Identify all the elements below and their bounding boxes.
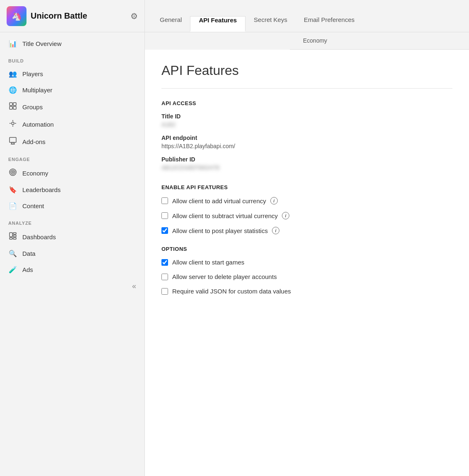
sidebar-item-players[interactable]: 👥 Players <box>0 66 144 82</box>
checkbox-label-add-virtual-currency: Allow client to add virtual currency <box>172 197 266 204</box>
sidebar-section-analyze: ANALYZE <box>0 214 144 228</box>
bar-chart-icon: 📊 <box>8 40 17 48</box>
economy-icon <box>8 168 17 178</box>
info-icon-post-player-statistics[interactable]: i <box>272 227 279 234</box>
svg-point-4 <box>12 122 14 125</box>
addons-label: Add-ons <box>22 138 46 145</box>
info-icon-subtract-virtual-currency[interactable]: i <box>282 212 289 219</box>
addons-icon <box>8 137 17 146</box>
tab-secret-keys[interactable]: Secret Keys <box>245 16 296 32</box>
app-logo-area: 🦄 Unicorn Battle ⚙ <box>0 0 145 32</box>
enable-api-features-section: ENABLE API FEATURES Allow client to add … <box>161 184 452 234</box>
title-id-value: A1B2 <box>161 121 452 128</box>
svg-rect-12 <box>13 235 16 237</box>
sidebar-item-data[interactable]: 🔍 Data <box>0 245 144 262</box>
groups-label: Groups <box>22 103 43 111</box>
checkbox-label-delete-player-accounts: Allow server to delete player accounts <box>172 273 277 280</box>
api-access-title: API ACCESS <box>161 100 452 106</box>
leaderboards-icon: 🔖 <box>8 186 17 194</box>
publisher-id-label: Publisher ID <box>161 156 452 163</box>
top-nav: 🦄 Unicorn Battle ⚙ General API Features … <box>0 0 469 32</box>
players-label: Players <box>22 70 43 77</box>
options-title: OPTIONS <box>161 246 452 252</box>
sidebar-item-content[interactable]: 📄 Content <box>0 198 144 214</box>
tab-api-features[interactable]: API Features <box>190 16 245 32</box>
svg-rect-0 <box>10 103 12 106</box>
checkbox-subtract-virtual-currency[interactable] <box>161 212 168 219</box>
api-endpoint-label: API endpoint <box>161 135 452 141</box>
multiplayer-icon: 🌐 <box>8 86 17 94</box>
info-icon-add-virtual-currency[interactable]: i <box>270 197 278 204</box>
settings-button[interactable]: ⚙ <box>130 11 138 21</box>
sidebar-item-groups[interactable]: Groups <box>0 98 144 115</box>
ads-icon: 🧪 <box>8 266 17 274</box>
economy-label: Economy <box>22 170 48 177</box>
options-section: OPTIONS Allow client to start games Allo… <box>161 246 452 295</box>
svg-rect-5 <box>10 137 16 142</box>
dashboards-label: Dashboards <box>22 233 56 240</box>
automation-label: Automation <box>22 121 54 128</box>
sidebar: 📊 Title Overview BUILD 👥 Players 🌐 Multi… <box>0 32 145 476</box>
sidebar-item-dashboards[interactable]: Dashboards <box>0 228 144 245</box>
publisher-id-value: AB12CD34EF56GH78 <box>161 164 452 171</box>
checkbox-row-valid-json: Require valid JSON for custom data value… <box>161 288 452 295</box>
top-tabs: General API Features Secret Keys Email P… <box>145 0 469 32</box>
sidebar-item-multiplayer[interactable]: 🌐 Multiplayer <box>0 82 144 98</box>
app-title: Unicorn Battle <box>31 11 87 21</box>
content-area: API Features API ACCESS Title ID A1B2 AP… <box>145 50 469 476</box>
svg-rect-2 <box>10 106 12 109</box>
checkbox-label-start-games: Allow client to start games <box>172 259 244 266</box>
main-layout: 📊 Title Overview BUILD 👥 Players 🌐 Multi… <box>0 32 469 476</box>
data-icon: 🔍 <box>8 250 17 257</box>
leaderboards-label: Leaderboards <box>22 186 61 193</box>
svg-rect-3 <box>13 106 16 109</box>
checkbox-delete-player-accounts[interactable] <box>161 274 168 280</box>
divider <box>161 88 452 89</box>
svg-point-10 <box>12 171 14 173</box>
sidebar-item-title-overview[interactable]: 📊 Title Overview <box>0 36 144 52</box>
svg-rect-11 <box>10 233 12 237</box>
second-nav: Economy <box>290 32 469 50</box>
sidebar-item-addons[interactable]: Add-ons <box>0 133 144 150</box>
svg-rect-15 <box>13 238 16 239</box>
checkbox-valid-json[interactable] <box>161 288 168 295</box>
api-endpoint-value: https://A1B2.playfabapi.com/ <box>161 143 452 149</box>
sidebar-item-leaderboards[interactable]: 🔖 Leaderboards <box>0 182 144 198</box>
checkbox-label-subtract-virtual-currency: Allow client to subtract virtual currenc… <box>172 212 278 219</box>
checkbox-row-subtract-virtual-currency: Allow client to subtract virtual currenc… <box>161 212 452 219</box>
checkbox-add-virtual-currency[interactable] <box>161 197 168 204</box>
svg-point-9 <box>11 170 15 174</box>
api-access-section: API ACCESS Title ID A1B2 API endpoint ht… <box>161 100 452 171</box>
checkbox-row-delete-player-accounts: Allow server to delete player accounts <box>161 273 452 280</box>
checkbox-row-post-player-statistics: Allow client to post player statistics i <box>161 227 452 234</box>
tab-economy[interactable]: Economy <box>296 32 334 49</box>
app-logo-icon: 🦄 <box>7 6 26 26</box>
automation-icon <box>8 120 17 129</box>
svg-rect-14 <box>10 238 12 239</box>
ads-label: Ads <box>22 266 33 273</box>
tab-general[interactable]: General <box>152 16 190 32</box>
sidebar-section-engage: ENGAGE <box>0 150 144 164</box>
checkbox-post-player-statistics[interactable] <box>161 227 168 234</box>
sidebar-item-automation[interactable]: Automation <box>0 115 144 133</box>
sidebar-collapse-button[interactable]: « <box>0 278 144 295</box>
checkbox-start-games[interactable] <box>161 259 168 266</box>
data-label: Data <box>22 250 36 257</box>
svg-rect-13 <box>13 233 16 234</box>
multiplayer-label: Multiplayer <box>22 87 53 94</box>
page-title: API Features <box>161 63 452 78</box>
groups-icon <box>8 102 17 111</box>
enable-api-features-title: ENABLE API FEATURES <box>161 184 452 190</box>
tab-email-preferences[interactable]: Email Preferences <box>296 16 363 32</box>
sidebar-item-ads[interactable]: 🧪 Ads <box>0 262 144 278</box>
content-icon: 📄 <box>8 202 17 210</box>
checkbox-row-start-games: Allow client to start games <box>161 259 452 266</box>
checkbox-label-post-player-statistics: Allow client to post player statistics <box>172 227 268 234</box>
title-overview-label: Title Overview <box>22 40 61 47</box>
dashboards-icon <box>8 232 17 241</box>
sidebar-section-build: BUILD <box>0 52 144 66</box>
title-id-label: Title ID <box>161 113 452 120</box>
sidebar-item-economy[interactable]: Economy <box>0 164 144 182</box>
checkbox-label-valid-json: Require valid JSON for custom data value… <box>172 288 291 295</box>
content-label: Content <box>22 202 44 209</box>
